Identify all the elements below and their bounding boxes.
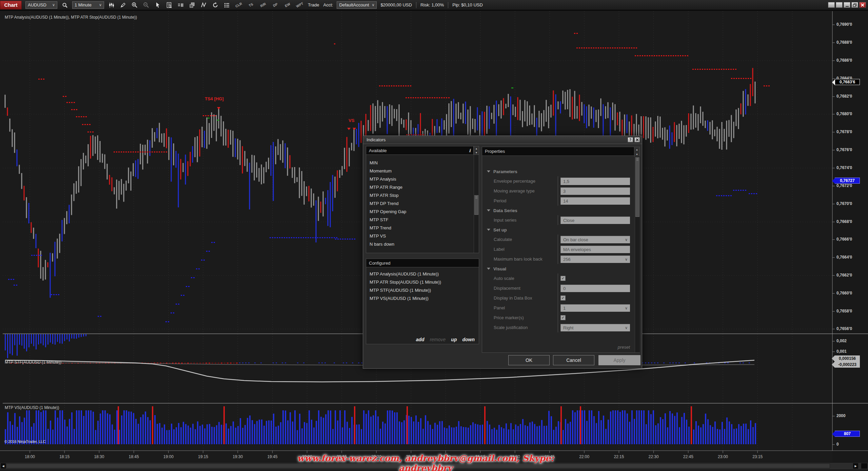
available-item-mtp-stf[interactable]: MTP STF <box>366 216 479 224</box>
close-button[interactable] <box>859 2 866 8</box>
property-row-display-in-data-box: Display in Data Box✔ <box>482 293 635 303</box>
available-item-mtp-trend[interactable]: MTP Trend <box>366 224 479 232</box>
window-controls <box>828 2 868 8</box>
price-tick-label: 0,7680'0 <box>836 111 852 116</box>
instrument-search-icon[interactable] <box>61 1 69 9</box>
property-group-set-up[interactable]: Set up <box>482 225 635 234</box>
trade-label: Trade <box>308 2 319 7</box>
dialog-help-button[interactable]: ? <box>628 137 633 142</box>
window-title-tab[interactable]: Chart <box>0 1 22 9</box>
available-item-mtp-atr-range[interactable]: MTP ATR Range <box>366 183 479 191</box>
property-row-calculate: CalculateOn bar close∨ <box>482 234 635 244</box>
available-item-n-bars-down[interactable]: N bars down <box>366 240 479 248</box>
property-row-panel: Panel1∨ <box>482 303 635 313</box>
tool-ts-button[interactable]: TS <box>245 1 256 9</box>
interval-selector[interactable]: 1 Minute ∨ <box>72 1 104 9</box>
scrollbar-thumb[interactable] <box>474 195 478 215</box>
price-tick-label: 0,7668'0 <box>836 219 852 224</box>
pip-value: Pip: $0,10 USD <box>452 2 483 7</box>
layers-icon[interactable] <box>188 1 196 9</box>
down-arrow-marker <box>347 128 351 130</box>
scrollbar-thumb[interactable] <box>635 157 639 217</box>
main-panel-title: MTP Analysis(AUDUSD (1 Minute)), MTP ATR… <box>5 15 137 20</box>
down-arrow-marker <box>217 107 220 109</box>
resize-grip[interactable] <box>861 463 867 469</box>
remove-link: remove <box>430 337 446 342</box>
zoom-in-icon[interactable] <box>131 1 139 9</box>
down-arrow-marker <box>353 128 356 130</box>
scroll-right-button[interactable]: ▶ <box>853 463 858 469</box>
configured-item-mtp-analysis-audusd-1-minute[interactable]: MTP Analysis(AUDUSD (1 Minute)) <box>366 270 479 278</box>
property-group-visual[interactable]: Visual <box>482 264 635 273</box>
copyright-text: © 2016 NinjaTrader, LLC <box>4 439 45 444</box>
bars-period-icon[interactable] <box>177 1 185 9</box>
pencil-draw-icon[interactable] <box>119 1 127 9</box>
instrument-selector[interactable]: AUDUSD ∨ <box>25 1 57 9</box>
candlestick-chart-icon[interactable] <box>107 1 116 9</box>
reload-icon[interactable] <box>211 1 219 9</box>
property-row-moving-average-type: Moving average type3 <box>482 186 635 196</box>
indicator-list-icon[interactable] <box>223 1 231 9</box>
configured-header: Configured <box>366 259 479 267</box>
available-item-mtp-dp-trend[interactable]: MTP DP Trend <box>366 200 479 208</box>
available-item-mtp-opening-gap[interactable]: MTP Opening Gap <box>366 208 479 216</box>
properties-body: ParametersEnvelope percentage1,5Moving a… <box>482 157 635 352</box>
tool-wpt-button[interactable]: WPT <box>294 1 305 9</box>
dialog-titlebar[interactable]: Indicators <box>363 136 642 144</box>
acct-label: Acct: <box>323 2 333 7</box>
available-item-min[interactable]: MIN <box>366 159 479 167</box>
scroll-left-button[interactable]: ◀ <box>1 463 6 469</box>
price-tick-label: 0,7678'0 <box>836 129 852 134</box>
ok-button[interactable]: OK <box>508 355 550 365</box>
tool-dp-button[interactable]: DP <box>270 1 281 9</box>
available-list: MINMomentumMTP AnalysisMTP ATR RangeMTP … <box>366 155 479 253</box>
cursor-icon[interactable] <box>154 1 162 9</box>
available-item-momentum[interactable]: Momentum <box>366 167 479 175</box>
account-balance: $20000,00 USD <box>380 2 412 7</box>
properties-scrollbar[interactable] <box>635 157 640 352</box>
checkbox-display-in-data-box: ✔ <box>560 295 566 301</box>
collapse-triangle-icon <box>487 229 490 231</box>
vs-tick-label: 2000 <box>836 413 846 418</box>
configured-item-mtp-atr-stop-audusd-1-minute[interactable]: MTP ATR Stop(AUDUSD (1 Minute)) <box>366 278 479 286</box>
toolbar: Chart AUDUSD ∨ 1 Minute ∨ <box>0 0 868 10</box>
property-group-data-series[interactable]: Data Series <box>482 206 635 215</box>
cancel-button[interactable]: Cancel <box>553 355 594 365</box>
restore-button[interactable] <box>851 2 858 8</box>
chart-annotation: TS4 [HG] <box>205 96 224 101</box>
stf-tick-label: 0,002 <box>836 339 847 343</box>
property-group-parameters[interactable]: Parameters <box>482 167 635 176</box>
available-item-mtp-vs[interactable]: MTP VS <box>366 232 479 240</box>
chevron-down-icon: ∨ <box>50 3 55 7</box>
preset-link[interactable]: preset <box>618 345 630 350</box>
info-icon[interactable]: i <box>469 148 471 153</box>
chart-trader-icon[interactable] <box>165 1 173 9</box>
tool-clr-button[interactable]: CLR <box>233 1 244 9</box>
properties-spinner[interactable]: ▲▼ <box>634 147 639 157</box>
available-item-mtp-atr-stop[interactable]: MTP ATR Stop <box>366 191 479 200</box>
zigzag-icon[interactable] <box>200 1 208 9</box>
zoom-out-icon[interactable] <box>142 1 150 9</box>
separator <box>448 2 448 8</box>
configured-item-mtp-vs-audusd-1-minute[interactable]: MTP VS(AUDUSD (1 Minute)) <box>366 294 479 303</box>
up-link[interactable]: up <box>451 337 457 342</box>
risk-value: Risk: 1,00% <box>420 2 444 7</box>
available-item-mtp-analysis[interactable]: MTP Analysis <box>366 175 479 183</box>
window-extra-button-2[interactable] <box>836 2 843 8</box>
chevron-down-icon: ∨ <box>369 3 375 7</box>
input-displacement: 0 <box>560 285 630 292</box>
time-axis-label: 22:45 <box>683 454 693 459</box>
window-extra-button-1[interactable] <box>828 2 835 8</box>
available-spinner[interactable]: ▲▼ <box>474 146 479 155</box>
add-link[interactable]: add <box>416 337 425 342</box>
tool-rr-button[interactable]: R/R <box>258 1 269 9</box>
configured-item-mtp-stf-audusd-1-minute[interactable]: MTP STF(AUDUSD (1 Minute)) <box>366 286 479 294</box>
minimize-button[interactable] <box>844 2 850 8</box>
down-link[interactable]: down <box>462 337 475 342</box>
available-scrollbar[interactable] <box>474 155 479 253</box>
collapse-triangle-icon <box>487 170 490 172</box>
dialog-close-button[interactable] <box>634 137 640 142</box>
account-selector[interactable]: DefaultAccount ∨ <box>337 1 377 9</box>
tool-ew-button[interactable]: EW <box>282 1 293 9</box>
chart-window: MTP Analysis(AUDUSD (1 Minute)), MTP ATR… <box>0 0 868 471</box>
